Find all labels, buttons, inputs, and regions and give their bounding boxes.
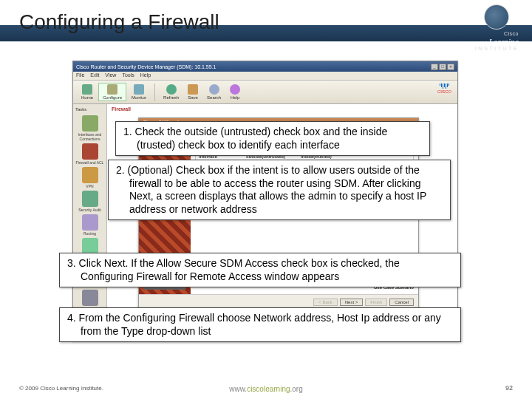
logo-learning: Learning xyxy=(475,37,519,46)
menu-view[interactable]: View xyxy=(105,72,116,79)
page-title: Configuring a Firewall xyxy=(19,10,219,34)
footer-copyright: © 2009 Cisco Learning Institute. xyxy=(19,385,103,392)
callout-2-text: 2. (Optional) Check box if the intent is… xyxy=(116,164,443,216)
callout-3: 3. Click Next. If the Allow Secure SDM A… xyxy=(59,253,461,287)
firewall-label: Firewall and ACL xyxy=(75,160,104,165)
wizard-footer: < Back Next > Finish Cancel xyxy=(139,294,418,309)
configure-label: Configure xyxy=(103,95,122,100)
refresh-label: Refresh xyxy=(163,95,179,100)
firewall-icon xyxy=(82,143,98,160)
help-icon xyxy=(230,84,240,95)
close-icon[interactable]: × xyxy=(447,64,454,70)
cisco-logo: CISCO xyxy=(437,83,451,94)
callout-4-text: 4. From the Configuring Firewall choose … xyxy=(67,312,453,338)
refresh-icon xyxy=(166,84,177,95)
toolbar: Home Configure Monitor Refresh Save Sear… xyxy=(73,81,457,104)
qos-icon xyxy=(82,290,98,306)
main-tab-header: Firewall xyxy=(107,104,457,112)
sidebar-item-vpn[interactable]: VPN xyxy=(75,167,104,188)
sidebar-title: Tasks xyxy=(75,107,104,112)
save-icon xyxy=(188,84,198,95)
menu-help[interactable]: Help xyxy=(140,72,151,79)
url-suffix: .org xyxy=(290,385,303,393)
help-label: Help xyxy=(231,95,239,100)
footer-page-number: 92 xyxy=(505,384,513,392)
tasks-sidebar: Tasks Interfaces and Connections Firewal… xyxy=(73,104,107,341)
footer-url: www.ciscolearning.org xyxy=(229,385,303,393)
refresh-button[interactable]: Refresh xyxy=(160,83,183,100)
sidebar-item-firewall[interactable]: Firewall and ACL xyxy=(75,143,104,165)
brand-logo: Cisco Learning INSTITUTE xyxy=(475,4,519,52)
menu-tools[interactable]: Tools xyxy=(122,72,134,79)
home-label: Home xyxy=(81,95,93,100)
monitor-button[interactable]: Monitor xyxy=(128,83,150,100)
next-button[interactable]: Next > xyxy=(340,299,364,306)
minimize-icon[interactable]: _ xyxy=(431,64,438,70)
sidebar-item-security[interactable]: Security Audit xyxy=(75,191,104,212)
window-title: Cisco Router and Security Device Manager… xyxy=(76,64,216,69)
sidebar-item-interfaces[interactable]: Interfaces and Connections xyxy=(75,115,104,141)
nat-icon xyxy=(82,238,98,254)
url-prefix: www. xyxy=(229,385,247,393)
menu-edit[interactable]: Edit xyxy=(90,72,99,79)
globe-icon xyxy=(484,4,509,30)
configure-icon xyxy=(107,84,117,95)
search-label: Search xyxy=(207,95,221,100)
save-button[interactable]: Save xyxy=(184,83,202,100)
sidebar-item-routing[interactable]: Routing xyxy=(75,214,104,236)
logo-cisco: Cisco xyxy=(475,31,519,37)
url-main: ciscolearning xyxy=(247,385,290,393)
interfaces-label: Interfaces and Connections xyxy=(75,132,104,141)
routing-icon xyxy=(82,214,98,231)
menu-bar: File Edit View Tools Help xyxy=(73,72,457,81)
search-icon xyxy=(209,84,219,95)
vpn-label: VPN xyxy=(75,184,104,188)
help-button[interactable]: Help xyxy=(226,83,244,100)
finish-button[interactable]: Finish xyxy=(365,299,387,306)
home-icon xyxy=(82,84,92,95)
home-button[interactable]: Home xyxy=(78,83,97,100)
logo-institute: INSTITUTE xyxy=(475,46,519,52)
monitor-label: Monitor xyxy=(132,95,146,100)
callout-3-text: 3. Click Next. If the Allow Secure SDM A… xyxy=(67,257,453,283)
monitor-icon xyxy=(134,84,144,95)
configure-button[interactable]: Configure xyxy=(98,83,126,101)
callout-4: 4. From the Configuring Firewall choose … xyxy=(59,307,461,342)
search-button[interactable]: Search xyxy=(203,83,225,100)
save-label: Save xyxy=(188,95,198,100)
back-button[interactable]: < Back xyxy=(313,299,338,306)
security-label: Security Audit xyxy=(75,208,104,212)
interfaces-icon xyxy=(82,115,98,132)
menu-file[interactable]: File xyxy=(76,72,84,79)
vpn-icon xyxy=(82,167,98,183)
maximize-icon[interactable]: □ xyxy=(439,64,446,70)
routing-label: Routing xyxy=(75,231,104,236)
toolbar-separator xyxy=(154,83,155,101)
callout-1-text: 1. Check the outside (untrusted) check b… xyxy=(123,126,422,151)
cancel-button[interactable]: Cancel xyxy=(389,299,414,306)
window-titlebar: Cisco Router and Security Device Manager… xyxy=(73,61,457,72)
callout-2: 2. (Optional) Check box if the intent is… xyxy=(108,160,451,220)
cisco-text: CISCO xyxy=(437,89,451,94)
callout-1: 1. Check the outside (untrusted) check b… xyxy=(115,121,430,156)
security-icon xyxy=(82,191,98,207)
